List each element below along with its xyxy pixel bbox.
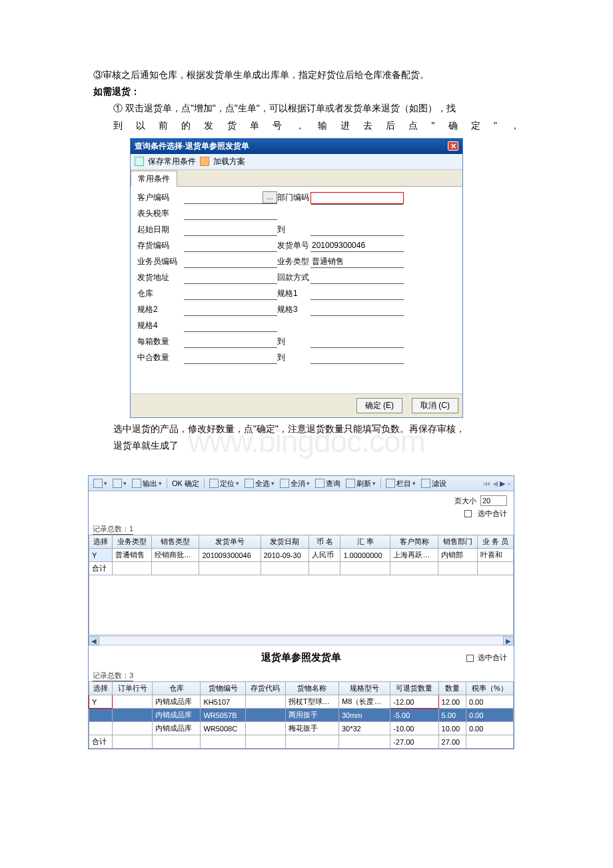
para-3a: ① 双击退货单，点"增加"，点"生单"，可以根据订单或者发货单来退货（如图），找	[93, 100, 520, 117]
dialog-titlebar: 查询条件选择-退货单参照发货单 ✕	[131, 139, 462, 154]
lbl-wh: 仓库	[137, 288, 184, 299]
lbl-shipno: 发货单号	[277, 240, 310, 251]
inp-boxqty1[interactable]	[184, 336, 277, 348]
save-icon	[135, 157, 144, 166]
menu-new[interactable]: ▾	[91, 479, 109, 488]
record-count-1: 记录总数：1	[89, 520, 514, 535]
refresh-icon	[346, 479, 355, 488]
menu-columns[interactable]: 栏目▾	[384, 479, 418, 489]
menu-filter[interactable]: 滤设	[419, 479, 448, 489]
para-3b: 到以前的发货单号，输进去后点"确定"，	[93, 117, 520, 134]
query-icon	[315, 479, 324, 488]
close-icon[interactable]: ✕	[448, 141, 458, 151]
grid2-header: 选择 订单行号 仓库 货物编号 存货代码 货物名称 规格型号 可退货数量 数量 …	[89, 682, 514, 695]
inp-shipno[interactable]	[310, 240, 404, 252]
load-icon	[200, 157, 209, 166]
section2-title: 退货单参照发货单	[89, 646, 514, 667]
grid1-row[interactable]: Y 普通销售 经销商批… 201009300046 2010-09-30 人民币…	[89, 549, 514, 562]
scroll-right-icon[interactable]: ▶	[503, 636, 514, 645]
menu-locate[interactable]: 定位▾	[207, 479, 241, 489]
inp-spec4[interactable]	[184, 320, 277, 332]
lbl-sdate: 起始日期	[137, 224, 184, 235]
inp-dept[interactable]	[311, 193, 403, 205]
inp-spec2[interactable]	[184, 304, 277, 316]
locate-icon	[209, 479, 219, 488]
para-2: 如需退货：	[93, 83, 520, 100]
lookup-cust-icon[interactable]: …	[263, 191, 277, 203]
inp-payback[interactable]	[310, 272, 404, 284]
lbl-cust: 客户编码	[137, 192, 184, 203]
lbl-to1: 到	[277, 224, 310, 235]
hscrollbar[interactable]: ◀ ▶	[89, 635, 514, 646]
filter-icon	[421, 479, 430, 488]
inp-edate[interactable]	[310, 224, 404, 236]
dialog-title-text: 查询条件选择-退货单参照发货单	[135, 141, 249, 152]
inp-spec3[interactable]	[310, 304, 404, 316]
lbl-stock: 存货编码	[137, 240, 184, 251]
grid2-row[interactable]: Y 内销成品库 KH5107 拐杖T型球… M8（长度… -12.00 12.0…	[89, 695, 514, 709]
tab-common[interactable]: 常用条件	[131, 171, 177, 187]
nav-first-icon[interactable]: ⏮	[483, 479, 490, 487]
inp-stock[interactable]	[184, 240, 277, 252]
pagesize-row: 页大小	[89, 491, 514, 507]
section2-header: 退货单参照发货单 选中合计	[89, 646, 514, 667]
inp-emp[interactable]	[184, 256, 277, 268]
ok-button[interactable]: 确定 (E)	[356, 398, 402, 413]
save-common-btn[interactable]: 保存常用条件	[148, 156, 196, 167]
grid2-row[interactable]: 内销成品库 WR5057B 两用扳手 30mm -5.00 5.00 0.00	[89, 709, 514, 722]
record-count-2: 记录总数：3	[89, 667, 514, 681]
pagesize-label: 页大小	[454, 496, 476, 506]
lbl-addr: 发货地址	[137, 272, 184, 283]
lbl-spec2: 规格2	[137, 304, 184, 315]
nav-arrows: ⏮ ◀ ▶ »	[483, 479, 511, 488]
selsum-row: 选中合计	[89, 507, 514, 520]
grid2-row[interactable]: 内销成品库 WR5008C 梅花扳手 30*32 -10.00 10.00 0.…	[89, 722, 514, 735]
document-text-2: 选中退货的产品，修改好数量，点"确定"，注意退货数量只能填写负数。再保存审核， …	[93, 421, 520, 454]
selsum-checkbox[interactable]	[464, 510, 472, 517]
inp-tax[interactable]	[184, 208, 277, 220]
menu-deselall[interactable]: 全消▾	[278, 479, 312, 489]
nav-next-icon[interactable]: ▶	[500, 479, 505, 488]
columns-icon	[386, 479, 395, 488]
selsum2-checkbox[interactable]	[466, 655, 474, 662]
output-icon	[132, 479, 141, 488]
print-icon	[113, 479, 122, 488]
inp-spec1[interactable]	[310, 288, 404, 300]
pagesize-input[interactable]	[480, 495, 507, 506]
result-window: ▾ ▾ 输出▾ OK 确定 定位▾ 全选▾ 全消▾ 查询 刷新▾ 栏目▾ 滤设 …	[88, 475, 514, 749]
inp-sdate[interactable]	[184, 224, 277, 236]
menu-output[interactable]: 输出▾	[130, 479, 164, 489]
menu-ok[interactable]: OK 确定	[170, 479, 201, 489]
menu-query[interactable]: 查询	[313, 479, 342, 489]
dialog-button-row: 确定 (E) 取消 (C)	[131, 393, 462, 417]
nav-prev-icon[interactable]: ◀	[492, 479, 498, 488]
menubar: ▾ ▾ 输出▾ OK 确定 定位▾ 全选▾ 全消▾ 查询 刷新▾ 栏目▾ 滤设 …	[89, 476, 514, 491]
nav-more-icon[interactable]: »	[507, 479, 511, 487]
para-4: 选中退货的产品，修改好数量，点"确定"，注意退货数量只能填写负数。再保存审核，	[93, 421, 520, 437]
selsum2-label: 选中合计	[478, 653, 507, 661]
scroll-left-icon[interactable]: ◀	[89, 636, 99, 645]
menu-refresh[interactable]: 刷新▾	[344, 479, 378, 489]
deselall-icon	[280, 479, 289, 488]
dialog-toolbar: 保存常用条件 加载方案	[131, 154, 462, 170]
query-dialog: 查询条件选择-退货单参照发货单 ✕ 保存常用条件 加载方案 常用条件 客户编码 …	[130, 138, 463, 418]
inp-boxqty2[interactable]	[310, 336, 404, 348]
grid1-empty	[89, 575, 514, 635]
inp-wh[interactable]	[184, 288, 277, 300]
para-1: ③审核之后通知仓库，根据发货单生单成出库单，指定好货位后给仓库准备配货。	[93, 67, 520, 83]
lbl-spec3: 规格3	[277, 304, 310, 315]
cancel-button[interactable]: 取消 (C)	[412, 398, 458, 413]
inp-biztype[interactable]	[310, 256, 404, 268]
doc-icon	[93, 479, 103, 488]
grid1: 选择 业务类型 销售类型 发货单号 发货日期 币 名 汇 率 客户简称 销售部门…	[89, 535, 514, 575]
inp-addr[interactable]	[184, 272, 277, 284]
grid1-sum: 合计	[89, 562, 514, 575]
lbl-dept: 部门编码	[277, 192, 310, 203]
lbl-tax: 表头税率	[137, 208, 184, 219]
grid2-sum: 合计 -27.00 27.00	[89, 735, 514, 749]
menu-print[interactable]: ▾	[111, 479, 129, 488]
menu-selall[interactable]: 全选▾	[243, 479, 277, 489]
inp-midqty1[interactable]	[184, 352, 277, 364]
inp-midqty2[interactable]	[310, 352, 404, 364]
load-scheme-btn[interactable]: 加载方案	[213, 156, 245, 167]
